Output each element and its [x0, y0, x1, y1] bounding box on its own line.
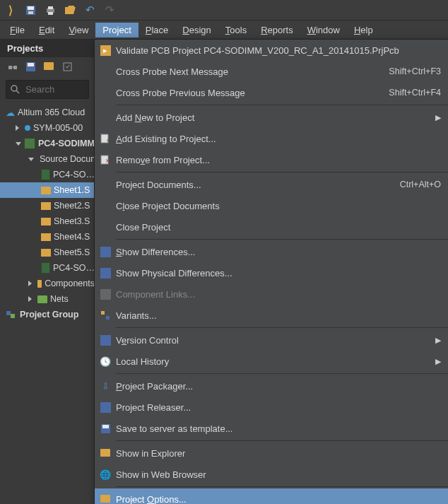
project-icon [24, 138, 35, 149]
submenu-arrow-icon: ▶ [435, 336, 441, 345]
sheet-icon [41, 202, 51, 210]
menu-item-close-project[interactable]: Close Project [95, 216, 448, 238]
svg-point-12 [11, 86, 17, 91]
tree-item[interactable]: Sheet5.S [0, 245, 95, 260]
package-icon: ⇩ [102, 381, 110, 392]
menu-tools[interactable]: Tools [218, 23, 254, 37]
sheet-icon [41, 218, 51, 225]
sheet-icon [41, 187, 51, 194]
menu-item-project-options[interactable]: Project Options... [95, 488, 448, 504]
menu-item-show-phys-diff[interactable]: Show Physical Differences... [95, 262, 448, 283]
separator [116, 105, 448, 105]
tree-item[interactable]: Sheet4.S [0, 229, 95, 245]
separator [116, 440, 448, 441]
shortcut-text: Shift+Ctrl+F3 [389, 66, 441, 76]
menu-project[interactable]: Project [95, 23, 138, 37]
validate-icon: ▸ [100, 45, 111, 56]
explorer-icon [100, 448, 110, 459]
menu-item-project-docs[interactable]: Project Documents...Ctrl+Alt+O [95, 174, 448, 195]
menu-item-close-docs[interactable]: Close Project Documents [95, 195, 448, 216]
app-logo-icon: ⟩ [4, 4, 17, 16]
separator [116, 486, 448, 487]
menu-item-save-template[interactable]: Save to server as template... [95, 418, 448, 439]
save-icon[interactable] [24, 4, 37, 16]
caret-right-icon [28, 296, 35, 302]
pcb-icon [41, 262, 50, 274]
group-icon [6, 309, 17, 320]
menu-window[interactable]: Window [300, 23, 347, 37]
menu-item-add-new[interactable]: Add New to Project▶ [95, 107, 448, 128]
menu-item-remove[interactable]: ×Remove from Project... [95, 149, 448, 170]
redo-icon[interactable]: ↷ [103, 4, 116, 16]
menu-reports[interactable]: Reports [254, 23, 300, 37]
menu-item-show-explorer[interactable]: Show in Explorer [95, 443, 448, 464]
open-icon[interactable] [64, 4, 76, 16]
menu-item-local-history[interactable]: 🕓Local History▶ [95, 351, 448, 372]
svg-rect-2 [28, 11, 33, 14]
menu-item-packager[interactable]: ⇩Project Packager... [95, 375, 448, 397]
shortcut-text: Ctrl+Alt+O [400, 180, 441, 189]
phys-diff-icon [100, 268, 111, 279]
svg-rect-14 [6, 311, 11, 315]
links-icon [100, 289, 111, 300]
shortcut-text: Shift+Ctrl+F4 [389, 88, 441, 98]
project-tree: ☁Altium 365 Cloud SYM-005-00 PC4-SODIMM … [0, 102, 95, 325]
menu-item-cross-probe-prev[interactable]: Cross Probe Previous MessageShift+Ctrl+F… [95, 82, 448, 103]
menu-item-variants[interactable]: Variants... [95, 305, 448, 326]
vcs-icon [100, 335, 111, 346]
dot-icon [25, 125, 30, 131]
sheet-icon [41, 233, 51, 241]
tree-item[interactable]: Sheet3.S [0, 213, 95, 229]
panel-title: Projects [0, 40, 95, 57]
menu-item-show-diff[interactable]: Show Differences... [95, 241, 448, 262]
connect-icon[interactable] [7, 61, 18, 73]
projects-panel: Projects ☁Altium 365 Cloud SYM-005-00 PC… [0, 40, 95, 504]
menu-place[interactable]: Place [138, 23, 176, 37]
menu-item-releaser[interactable]: Project Releaser... [95, 397, 448, 418]
menu-item-cross-probe-next[interactable]: Cross Probe Next MessageShift+Ctrl+F3 [95, 61, 448, 82]
menu-help[interactable]: Help [347, 23, 380, 37]
search-input[interactable] [24, 83, 76, 95]
tree-item[interactable]: Components [0, 276, 95, 291]
print-icon[interactable] [44, 4, 57, 16]
svg-rect-4 [48, 6, 53, 9]
caret-right-icon [16, 125, 22, 131]
search-box[interactable] [6, 80, 89, 99]
tree-item[interactable]: SYM-005-00 [0, 120, 95, 136]
globe-icon: 🌐 [100, 469, 111, 480]
menu-item-version-control[interactable]: Version Control▶ [95, 329, 448, 351]
separator [116, 373, 448, 374]
svg-text:×: × [105, 157, 110, 165]
add-file-icon: + [100, 133, 111, 144]
undo-icon[interactable]: ↶ [83, 4, 96, 16]
tree-item[interactable]: Source Documents [0, 151, 95, 167]
tree-item[interactable]: Project Group [0, 307, 95, 322]
tree-item-selected[interactable]: Sheet1.S [0, 182, 95, 198]
menu-view[interactable]: View [61, 23, 95, 37]
caret-down-icon [16, 142, 21, 146]
compile-icon[interactable] [62, 61, 73, 73]
tree-item[interactable]: Nets [0, 291, 95, 307]
tree-item-project[interactable]: PC4-SODIMM [0, 136, 95, 151]
menu-item-validate[interactable]: ▸Validate PCB Project PC4-SODIMM_V200_RC… [95, 40, 448, 61]
folder-icon[interactable] [44, 61, 55, 73]
tree-item[interactable]: PC4-SO… [0, 167, 95, 182]
menu-design[interactable]: Design [175, 23, 218, 37]
tree-item[interactable]: PC4-SO… [0, 260, 95, 276]
separator [116, 327, 448, 328]
menu-item-show-browser[interactable]: 🌐Show in Web Browser [95, 464, 448, 485]
svg-rect-21 [106, 316, 110, 320]
menu-item-add-existing[interactable]: +Add Existing to Project... [95, 128, 448, 149]
panel-toolbar [0, 57, 95, 77]
submenu-arrow-icon: ▶ [435, 113, 441, 122]
tree-item[interactable]: Sheet2.S [0, 198, 95, 213]
folder-icon [37, 280, 42, 288]
caret-down-icon [28, 158, 34, 161]
menu-item-component-links: Component Links... [95, 283, 448, 305]
save2-icon[interactable] [25, 61, 37, 73]
project-menu-dropdown: ▸Validate PCB Project PC4-SODIMM_V200_RC… [94, 39, 448, 504]
menu-edit[interactable]: Edit [32, 23, 61, 37]
cloud-node[interactable]: ☁Altium 365 Cloud [0, 105, 95, 120]
menu-file[interactable]: File [3, 23, 32, 37]
diff-icon [100, 247, 111, 257]
